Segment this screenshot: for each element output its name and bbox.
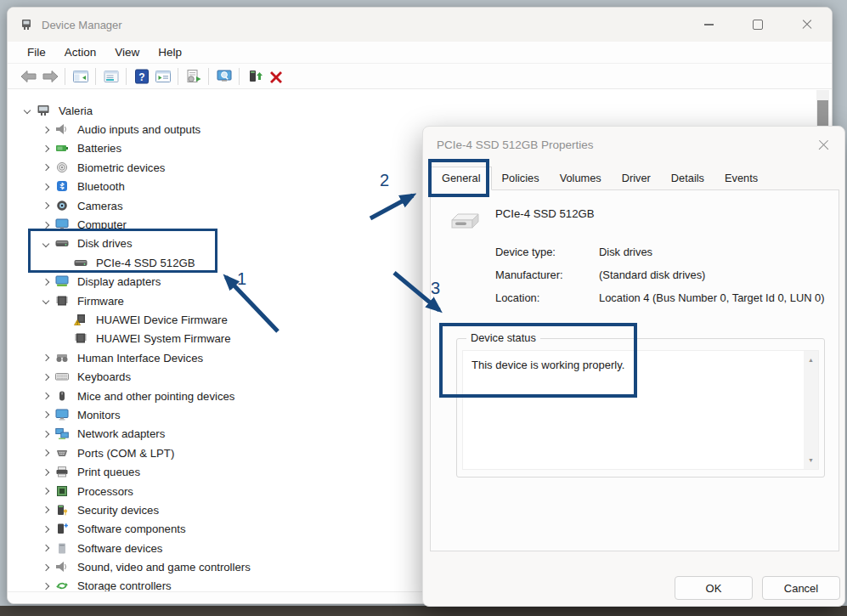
chevron-right-icon[interactable] [38,407,54,422]
tree-item-label: HUAWEI System Firmware [96,332,231,345]
action-pane-icon[interactable] [152,66,173,87]
tab-driver[interactable]: Driver [612,167,661,189]
properties-icon[interactable] [100,66,121,87]
field-label: Device type: [495,245,599,259]
disk-icon [55,237,70,250]
chevron-placeholder [57,255,72,270]
scroll-up-icon[interactable]: ▲ [804,353,818,367]
toolbar-separator [126,68,127,85]
device-status-textarea[interactable]: This device is working properly. ▲ ▼ [462,350,819,470]
back-icon[interactable] [18,66,39,87]
chevron-right-icon[interactable] [38,540,54,556]
tab-volumes[interactable]: Volumes [550,167,612,189]
minimize-button[interactable] [684,8,733,42]
chevron-down-icon[interactable] [38,293,54,308]
chevron-right-icon[interactable] [38,579,54,591]
tab-policies[interactable]: Policies [492,167,550,189]
toolbar-separator [95,68,96,85]
show-console-tree-icon[interactable] [70,66,91,87]
tree-item-label: Network adapters [77,427,165,440]
tree-item-label: Software devices [77,542,162,555]
tree-item-label: Firmware [77,295,124,308]
chevron-right-icon[interactable] [38,274,54,290]
tree-item-label: Human Interface Devices [77,352,203,365]
chevron-right-icon[interactable] [38,198,54,213]
status-scrollbar[interactable]: ▲ ▼ [804,351,818,469]
chevron-right-icon[interactable] [38,218,54,233]
chip-icon [74,332,88,345]
field-manufacturer: Manufacturer:(Standard disk drives) [495,268,847,282]
device-status-label: Device status [466,331,540,344]
menu-view[interactable]: View [105,43,149,61]
storage-icon [55,579,70,591]
tree-item-label: Cameras [77,200,123,212]
forward-icon[interactable] [39,66,60,87]
chevron-down-icon[interactable] [38,236,54,251]
update-driver-icon[interactable] [244,66,265,87]
search-computer-icon[interactable] [213,66,234,87]
chevron-right-icon[interactable] [38,465,54,480]
tree-item-label: Print queues [77,466,140,478]
device-fields: Device type:Disk drivesManufacturer:(Sta… [495,245,847,314]
maximize-button[interactable] [733,8,782,42]
tab-details[interactable]: Details [661,167,714,189]
chevron-right-icon[interactable] [38,141,54,156]
general-tab-page: PCIe-4 SSD 512GB Device type:Disk drives… [430,189,839,551]
chevron-right-icon[interactable] [38,350,54,365]
dialog-tabs: GeneralPoliciesVolumesDriverDetailsEvent… [431,167,768,189]
chevron-right-icon[interactable] [38,502,54,517]
chevron-right-icon[interactable] [38,445,54,461]
close-button[interactable] [782,8,832,42]
chevron-right-icon[interactable] [38,160,54,175]
chevron-right-icon[interactable] [38,370,54,385]
chip-icon [55,295,70,308]
menu-action[interactable]: Action [55,43,106,61]
speaker-icon [55,561,70,574]
field-label: Manufacturer: [495,268,599,282]
monitor-icon [55,409,70,421]
tree-item-label: Display adapters [77,275,161,288]
field-value: Location 4 (Bus Number 0, Target Id 0, L… [599,291,847,305]
field-location: Location:Location 4 (Bus Number 0, Targe… [495,291,847,305]
tree-item-label: Ports (COM & LPT) [77,447,174,460]
disk-drive-icon [448,211,482,233]
monitor-icon [55,218,70,231]
device-manager-icon [20,18,33,31]
tree-item-label: Storage controllers [77,579,172,591]
toolbar-separator [178,68,178,85]
chevron-right-icon[interactable] [38,427,54,442]
security-icon [55,504,70,517]
tree-item-label: Processors [77,485,133,498]
chevron-right-icon[interactable] [38,122,54,138]
tree-item-label: Disk drives [77,237,132,250]
chevron-down-icon[interactable] [20,103,35,118]
chevron-right-icon[interactable] [38,522,54,537]
toolbar-separator [65,68,65,85]
help-icon[interactable]: ? [131,66,152,87]
tree-item-label: Keyboards [77,370,131,383]
tab-events[interactable]: Events [714,167,768,189]
printer-icon [55,466,70,478]
field-value: (Standard disk drives) [599,268,847,282]
toolbar-separator [239,68,240,85]
chevron-right-icon[interactable] [38,483,54,499]
scroll-down-icon[interactable]: ▼ [804,453,818,467]
tree-item-label: Bluetooth [77,180,125,193]
tree-item-label: Monitors [77,409,121,421]
tree-item-valeria[interactable]: Valeria [8,101,816,120]
chevron-right-icon[interactable] [38,560,54,575]
toolbar: ? [8,64,832,89]
tree-item-label: Valeria [59,105,93,117]
uninstall-device-icon[interactable] [265,66,286,87]
chevron-right-icon[interactable] [38,388,54,404]
menu-file[interactable]: File [18,43,55,61]
menu-help[interactable]: Help [149,43,191,61]
dialog-close-icon[interactable] [812,135,834,155]
scan-hardware-changes-icon[interactable] [183,66,204,87]
port-icon [55,447,70,460]
ok-button[interactable]: OK [675,576,753,600]
bluetooth-icon [55,180,70,193]
tab-general[interactable]: General [431,167,492,190]
cancel-button[interactable]: Cancel [762,576,840,600]
chevron-right-icon[interactable] [38,179,54,195]
